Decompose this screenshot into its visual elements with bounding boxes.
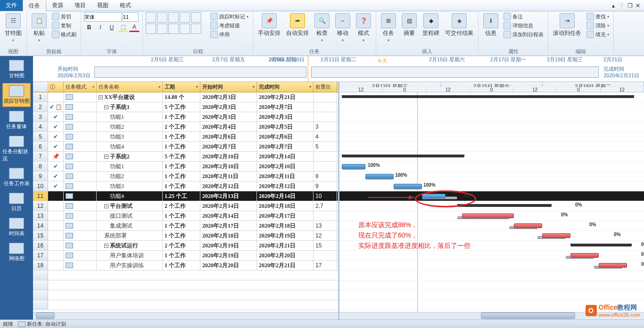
table-row[interactable]: 6✔功能41 个工作2020年2月7日2020年2月7日5: [33, 142, 338, 152]
duration-cell[interactable]: 1 个工作: [163, 251, 200, 260]
task-bar[interactable]: [365, 174, 394, 179]
help-icon[interactable]: ❔: [618, 2, 625, 9]
sidebar-item-2[interactable]: 任务窗体: [2, 109, 31, 132]
table-row[interactable]: 13接口测试1 个工作2020年2月14日2020年2月17日: [33, 211, 338, 221]
bold-button[interactable]: B: [84, 23, 94, 32]
info-cell[interactable]: ✔: [48, 172, 64, 181]
row-number[interactable]: 17: [33, 251, 48, 260]
row-number[interactable]: 2: [33, 102, 48, 112]
finish-cell[interactable]: 2020年2月17日: [257, 211, 314, 221]
pct-50-button[interactable]: [168, 12, 179, 23]
duration-cell[interactable]: 1 个工作: [163, 112, 200, 122]
finish-cell[interactable]: 2020年2月14日: [257, 191, 314, 201]
row-number[interactable]: 11: [33, 191, 48, 201]
duration-cell[interactable]: 1.25 个工: [163, 191, 200, 201]
finish-cell[interactable]: 2020年2月14日: [257, 152, 314, 161]
finish-cell[interactable]: 2020年2月21日: [257, 241, 314, 250]
sidebar-item-0[interactable]: 甘特图: [2, 58, 31, 81]
fill-button[interactable]: 填充▾: [585, 30, 611, 39]
finish-cell[interactable]: 2020年2月12日: [257, 181, 314, 191]
duration-cell[interactable]: 1 个工作: [163, 211, 200, 221]
gantt-row[interactable]: [339, 102, 644, 112]
mode-cell[interactable]: [64, 172, 97, 181]
summary-bar[interactable]: [457, 204, 552, 207]
task-bar[interactable]: [570, 253, 599, 258]
duration-cell[interactable]: 1 个工作: [163, 181, 200, 191]
name-cell[interactable]: −子系统2: [97, 152, 163, 161]
timeline[interactable]: 2月5日 星期三2月7日 星期五2月9日 星期2月11日 星期二2月15日 星期…: [33, 56, 644, 82]
pct-25-button[interactable]: [157, 12, 167, 23]
pred-cell[interactable]: 13: [314, 221, 337, 230]
start-cell[interactable]: 2020年2月7日: [200, 142, 257, 151]
italic-button[interactable]: I: [95, 23, 106, 32]
move-button[interactable]: ↔移动▾: [333, 12, 352, 43]
finish-cell[interactable]: 2020年2月21日: [257, 92, 314, 102]
sidebar-item-1[interactable]: 跟踪甘特图: [2, 83, 31, 107]
pct-0-button[interactable]: [146, 12, 156, 23]
pred-cell[interactable]: [314, 251, 337, 260]
gantt-row[interactable]: [339, 142, 644, 152]
info-cell[interactable]: [48, 201, 64, 211]
duration-cell[interactable]: 14.88 个: [163, 92, 200, 102]
mode-cell[interactable]: [64, 251, 97, 260]
start-cell[interactable]: 2020年2月14日: [200, 211, 257, 221]
menu-tab-3[interactable]: 视图: [91, 0, 114, 12]
deliverable-button[interactable]: ◈可交付结果: [443, 12, 475, 38]
info-cell[interactable]: [48, 231, 64, 240]
table-row[interactable]: 11功能41.25 个工2020年2月13日2020年2月14日10: [33, 191, 338, 201]
finish-cell[interactable]: 2020年2月20日: [257, 251, 314, 260]
info-cell[interactable]: ✔: [48, 132, 64, 141]
start-cell[interactable]: 2020年2月19日: [200, 241, 257, 250]
start-cell[interactable]: 2020年2月11日: [200, 172, 257, 181]
summary-button[interactable]: ▤摘要: [400, 12, 419, 38]
name-cell[interactable]: −系统试运行: [97, 241, 163, 250]
duration-cell[interactable]: 1 个工作: [163, 221, 200, 230]
manual-schedule-button[interactable]: 📌手动安排: [256, 12, 282, 38]
name-cell[interactable]: 功能3: [97, 181, 163, 191]
sidebar-item-4[interactable]: 任务工作表: [2, 166, 31, 189]
row-number[interactable]: 8: [33, 162, 48, 171]
start-cell[interactable]: 2020年2月14日: [200, 201, 257, 211]
clear-button[interactable]: 清除▾: [585, 21, 611, 30]
start-cell[interactable]: 2020年2月18日: [200, 231, 257, 240]
duration-cell[interactable]: 2 个工作: [163, 241, 200, 250]
duration-cell[interactable]: 1 个工作: [163, 261, 200, 270]
name-cell[interactable]: 功能1: [97, 112, 163, 122]
finish-cell[interactable]: 2020年2月3日: [257, 112, 314, 122]
info-cell[interactable]: [48, 251, 64, 260]
task-button[interactable]: ⊞任务▾: [379, 12, 398, 43]
info-cell[interactable]: [48, 221, 64, 230]
summary-bar[interactable]: [342, 95, 634, 98]
row-number[interactable]: 7: [33, 152, 48, 161]
timeline-add-button[interactable]: 添加到日程表: [502, 30, 545, 39]
task-bar[interactable]: [394, 184, 422, 189]
pct-100-button[interactable]: [191, 12, 201, 23]
name-cell[interactable]: 用户实操训练: [97, 261, 163, 270]
summary-bar[interactable]: [570, 244, 632, 246]
sidebar-item-3[interactable]: 任务分配状况: [2, 134, 31, 164]
timeline-bar-1[interactable]: [94, 66, 306, 78]
name-cell[interactable]: −XX平台建设: [97, 92, 163, 102]
pred-cell[interactable]: 5: [314, 142, 337, 151]
pred-cell[interactable]: [314, 92, 337, 102]
start-cell[interactable]: 2020年2月3日: [200, 102, 257, 112]
row-number[interactable]: 18: [33, 261, 48, 270]
duration-cell[interactable]: 1 个工作: [163, 231, 200, 240]
mode-cell[interactable]: [64, 92, 97, 102]
find-button[interactable]: 查找▾: [585, 12, 611, 21]
gantt-row[interactable]: 100%: [339, 172, 644, 181]
table-row[interactable]: 4✔功能22 个工作2020年2月4日2020年2月5日3: [33, 122, 338, 132]
info-cell[interactable]: [48, 241, 64, 250]
split-button[interactable]: [191, 24, 201, 34]
col-start[interactable]: 开始时间▾: [200, 82, 257, 92]
row-number[interactable]: 12: [33, 201, 48, 211]
milestone-button[interactable]: ◆里程碑: [421, 12, 441, 38]
start-cell[interactable]: 2020年2月12日: [200, 181, 257, 191]
mode-cell[interactable]: [64, 102, 97, 112]
link-button[interactable]: [168, 24, 179, 34]
gantt-row[interactable]: [339, 152, 644, 162]
menu-tab-0[interactable]: 任务: [23, 0, 46, 12]
start-cell[interactable]: 2020年2月3日: [200, 112, 257, 122]
info-cell[interactable]: ✔: [48, 122, 64, 131]
row-number[interactable]: 5: [33, 132, 48, 141]
